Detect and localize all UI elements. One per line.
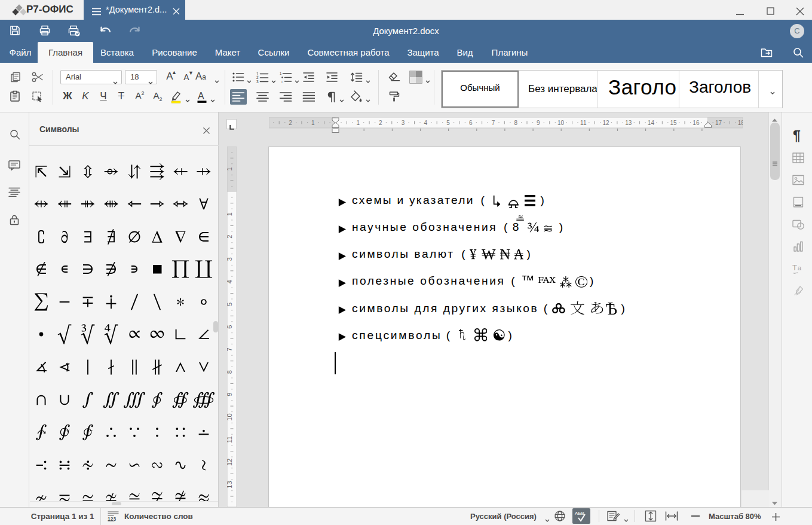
svg-text:123: 123	[108, 516, 116, 522]
svg-text:15: 15	[670, 120, 678, 126]
svg-text:7: 7	[227, 347, 233, 351]
svg-text:14: 14	[648, 120, 655, 126]
svg-text:12: 12	[602, 120, 609, 126]
svg-text:3: 3	[256, 80, 259, 84]
svg-text:1: 1	[280, 72, 282, 75]
svg-text:16: 16	[693, 120, 700, 126]
svg-text:4: 4	[227, 280, 233, 283]
svg-text:А: А	[198, 91, 204, 101]
svg-text:13: 13	[625, 120, 632, 126]
svg-text:1: 1	[227, 212, 233, 216]
svg-text:АБВ: АБВ	[575, 511, 584, 516]
svg-text:5: 5	[446, 120, 450, 126]
svg-text:9: 9	[537, 120, 540, 126]
svg-text:2: 2	[227, 235, 233, 239]
svg-text:3: 3	[227, 257, 233, 261]
svg-text:2: 2	[379, 120, 382, 126]
svg-text:11: 11	[227, 436, 233, 442]
svg-text:2: 2	[289, 120, 292, 126]
svg-text:T: T	[792, 263, 797, 272]
svg-text:8: 8	[227, 370, 233, 374]
svg-text:10: 10	[227, 413, 233, 420]
svg-text:17: 17	[715, 120, 722, 126]
svg-text:18: 18	[738, 120, 743, 126]
svg-text:12: 12	[227, 459, 233, 466]
svg-text:5: 5	[227, 303, 233, 306]
svg-text:6: 6	[227, 325, 233, 329]
svg-text:1: 1	[311, 120, 315, 126]
svg-text:1: 1	[356, 120, 360, 126]
svg-text:11: 11	[580, 120, 587, 126]
svg-text:1: 1	[227, 167, 233, 171]
svg-text:10: 10	[557, 120, 565, 126]
svg-text:4: 4	[424, 120, 428, 126]
svg-text:i: i	[281, 80, 282, 83]
svg-text:9: 9	[227, 393, 233, 396]
svg-text:3: 3	[402, 120, 405, 126]
svg-text:6: 6	[469, 120, 473, 126]
svg-text:7: 7	[492, 120, 495, 126]
svg-text:8: 8	[514, 120, 517, 126]
svg-text:13: 13	[227, 481, 233, 488]
svg-text:a: a	[798, 264, 802, 271]
